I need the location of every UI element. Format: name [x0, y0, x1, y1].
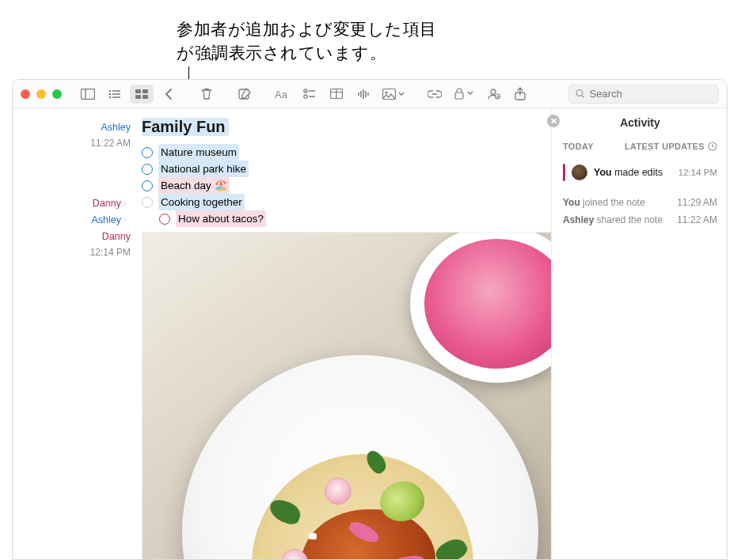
today-label: TODAY [563, 142, 594, 151]
svg-text:Aa: Aa [275, 89, 288, 100]
search-input[interactable] [590, 88, 712, 100]
checklist-text[interactable]: Cooking together [158, 194, 245, 210]
activity-indicator [563, 164, 565, 181]
activity-time: 12:14 PM [678, 168, 717, 177]
svg-rect-8 [135, 89, 141, 93]
close-panel-button[interactable]: ✕ [547, 115, 560, 127]
content-area: Ashley 11:22 AM Danny〉 Ashley〉 Danny 12:… [13, 108, 727, 559]
checkbox-icon[interactable] [142, 197, 153, 208]
checklist-text[interactable]: Beach day 🏖️ [158, 177, 230, 194]
activity-text: You joined the note [563, 197, 645, 208]
author-time: 12:14 PM [13, 244, 131, 260]
trash-button[interactable] [195, 85, 218, 104]
latest-updates-label: LATEST UPDATES [625, 142, 705, 151]
table-button[interactable] [325, 85, 348, 104]
media-button[interactable] [378, 85, 408, 104]
activity-time: 11:29 AM [677, 197, 717, 208]
activity-text: You made edits [594, 167, 672, 178]
attached-image[interactable] [142, 232, 551, 559]
collaborate-button[interactable] [481, 85, 505, 104]
svg-point-27 [386, 91, 388, 93]
chevron-right-icon: 〉 [123, 216, 131, 225]
food-illustration [309, 533, 317, 539]
svg-point-16 [304, 94, 307, 97]
svg-line-33 [582, 96, 584, 98]
back-button[interactable] [157, 85, 180, 104]
note-title[interactable]: Family Fun [142, 118, 229, 136]
search-icon [576, 89, 585, 99]
checklist-text[interactable]: National park hike [158, 161, 249, 177]
svg-rect-9 [142, 89, 148, 93]
activity-panel: ✕ Activity TODAY LATEST UPDATES You made… [551, 108, 727, 559]
checkbox-icon[interactable] [159, 214, 170, 225]
activity-text: Ashley shared the note [563, 214, 663, 225]
annotation-callout: 参加者が追加および変更した項目 が強調表示されています。 [177, 17, 437, 66]
svg-rect-11 [142, 95, 148, 99]
svg-point-4 [109, 96, 112, 98]
activity-header: TODAY LATEST UPDATES [563, 142, 717, 151]
checklist-text[interactable]: How about tacos? [176, 210, 266, 227]
link-button[interactable] [423, 85, 446, 104]
checklist-item[interactable]: How about tacos? [142, 210, 545, 227]
annotation-line2: が強調表示されています。 [177, 41, 437, 65]
author-danny: Danny [102, 231, 131, 242]
share-button[interactable] [508, 85, 532, 104]
svg-rect-0 [82, 89, 95, 99]
minimize-window-button[interactable] [36, 89, 46, 99]
activity-time: 11:22 AM [677, 214, 717, 225]
new-note-button[interactable] [233, 85, 256, 104]
checklist-item[interactable]: Nature museum [142, 144, 545, 161]
search-box[interactable] [568, 85, 719, 104]
audio-button[interactable] [351, 85, 375, 104]
svg-point-29 [491, 89, 496, 94]
traffic-lights [21, 89, 62, 99]
lock-button[interactable] [450, 85, 478, 104]
attribution-gutter: Ashley 11:22 AM Danny〉 Ashley〉 Danny 12:… [13, 108, 135, 559]
svg-point-32 [576, 90, 583, 96]
gallery-view-button[interactable] [130, 85, 154, 104]
svg-point-2 [109, 89, 112, 92]
checklist: Nature museum National park hike Beach d… [142, 144, 545, 227]
activity-entry[interactable]: You joined the note 11:29 AM [563, 194, 717, 211]
list-view-button[interactable] [103, 85, 127, 104]
toolbar: Aa [13, 80, 727, 108]
food-illustration [410, 232, 551, 383]
chevron-right-icon: 〉 [123, 199, 131, 208]
svg-rect-28 [455, 93, 463, 99]
checkbox-icon[interactable] [142, 164, 153, 175]
svg-point-3 [109, 93, 112, 95]
author-danny: Danny [93, 198, 121, 209]
avatar [572, 165, 587, 180]
food-illustration [325, 478, 351, 505]
author-ashley: Ashley [101, 122, 131, 133]
checklist-item[interactable]: National park hike [142, 161, 545, 177]
checklist-text[interactable]: Nature museum [158, 144, 239, 161]
activity-entry[interactable]: Ashley shared the note 11:22 AM [563, 211, 717, 229]
notes-window: Aa Ashley [12, 79, 728, 560]
close-window-button[interactable] [21, 89, 30, 99]
author-time: 11:22 AM [13, 135, 131, 151]
checkbox-icon[interactable] [142, 180, 153, 191]
annotation-line1: 参加者が追加および変更した項目 [177, 17, 437, 41]
checkbox-icon[interactable] [142, 147, 153, 158]
clock-icon [708, 142, 717, 151]
format-button[interactable]: Aa [271, 85, 294, 104]
beach-emoji-icon: 🏖️ [215, 180, 227, 191]
maximize-window-button[interactable] [52, 89, 62, 99]
checklist-item[interactable]: Cooking together [142, 194, 545, 210]
activity-title: Activity [563, 116, 717, 129]
activity-entry[interactable]: You made edits 12:14 PM [563, 159, 717, 186]
note-body[interactable]: Family Fun Nature museum National park h… [135, 108, 551, 559]
checklist-item[interactable]: Beach day 🏖️ [142, 177, 545, 194]
svg-rect-10 [135, 95, 141, 99]
checklist-button[interactable] [298, 85, 321, 104]
sidebar-toggle-button[interactable] [76, 85, 100, 104]
author-ashley: Ashley [91, 214, 121, 225]
